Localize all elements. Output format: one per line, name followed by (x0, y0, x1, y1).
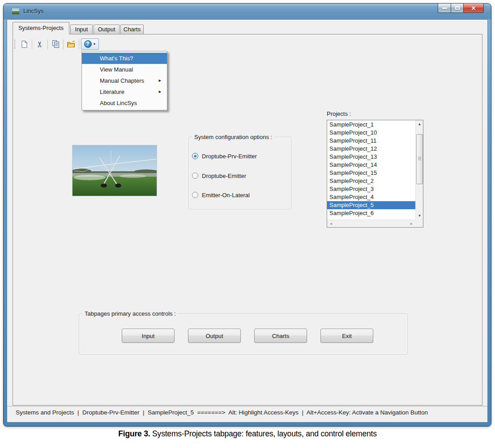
list-item-selected[interactable]: SampleProject_5 (327, 201, 415, 209)
tab-systems-projects[interactable]: Systems-Projects (13, 22, 69, 34)
app-window: LincSys ✕ Systems-Projects Input Output … (4, 4, 491, 426)
radio-selected-icon (192, 153, 198, 159)
tab-output[interactable]: Output (94, 25, 119, 34)
toolbar-separator (32, 39, 32, 49)
status-bar: Systems and Projects | Droptube-Prv-Emit… (7, 406, 487, 422)
status-text: Systems and Projects | Droptube-Prv-Emit… (16, 409, 428, 416)
new-file-button[interactable] (18, 38, 30, 50)
scroll-left-button[interactable]: ◄ (327, 220, 335, 228)
vertical-scrollbar[interactable]: ▲ ▼ (415, 120, 423, 220)
exit-button[interactable]: Exit (320, 329, 373, 343)
figure-caption-label: Figure 3. (118, 429, 150, 438)
close-icon: ✕ (471, 5, 476, 11)
list-item[interactable]: SampleProject_14 (327, 161, 415, 169)
projects-label: Projects : (327, 110, 351, 117)
scroll-right-button[interactable]: ► (408, 220, 415, 228)
maximize-icon (455, 6, 460, 10)
minimize-button[interactable] (438, 4, 451, 13)
toolbar-grip[interactable] (14, 40, 16, 49)
page-background: LincSys ✕ Systems-Projects Input Output … (0, 0, 495, 448)
figure-caption: Figure 3. Systems-Projects tabpage: feat… (0, 429, 495, 439)
projects-list: SampleProject_1 SampleProject_10 SampleP… (327, 121, 415, 220)
menu-item-view-manual[interactable]: View Manual (82, 64, 167, 75)
scroll-left-icon: ◄ (329, 222, 333, 226)
scroll-up-icon: ▲ (418, 122, 422, 126)
menu-item-about-lincsys[interactable]: About LincSys (82, 97, 167, 109)
menu-item-label: View Manual (100, 66, 133, 73)
radio-droptube-emitter[interactable]: Droptube-Emitter (192, 172, 246, 180)
list-item[interactable]: SampleProject_13 (327, 153, 415, 161)
list-item[interactable]: SampleProject_4 (327, 193, 415, 201)
submenu-arrow-icon: ► (158, 86, 162, 97)
output-button[interactable]: Output (188, 329, 241, 343)
radio-label: Emitter-On-Lateral (202, 192, 250, 199)
dropdown-caret-icon: ▼ (93, 42, 96, 46)
scroll-down-icon: ▼ (418, 214, 422, 218)
scissors-icon: ✂ (36, 41, 44, 47)
menu-item-whats-this[interactable]: What's This? (82, 53, 167, 64)
window-controls: ✕ (438, 4, 484, 13)
radio-emitter-on-lateral[interactable]: Emitter-On-Lateral (192, 191, 250, 199)
list-item[interactable]: SampleProject_11 (327, 137, 415, 145)
charts-button[interactable]: Charts (254, 329, 307, 343)
cut-button[interactable]: ✂ (34, 38, 46, 50)
nav-controls-group-label: Tabpages primary access controls : (83, 310, 178, 317)
horizontal-scrollbar[interactable]: ◄ ► (327, 220, 415, 227)
window-title: LincSys (23, 8, 44, 14)
menu-item-label: What's This? (100, 55, 133, 62)
scrollbar-thumb[interactable] (416, 134, 423, 184)
scroll-up-button[interactable]: ▲ (416, 120, 423, 128)
submenu-arrow-icon: ► (158, 75, 162, 86)
menu-item-label: Literature (100, 89, 124, 95)
toolbar-separator (63, 39, 64, 49)
new-file-icon (20, 40, 28, 48)
menu-item-label: Manual Chapters (100, 77, 144, 84)
scroll-right-icon: ► (410, 222, 414, 226)
copy-button[interactable] (50, 38, 61, 50)
minimize-icon (442, 8, 447, 9)
help-menu: What's This? View Manual Manual Chapters… (81, 51, 167, 110)
menu-item-label: About LincSys (100, 100, 137, 106)
figure-caption-text: Systems-Projects tabpage: features, layo… (150, 429, 376, 438)
system-config-group-label: System configuration options : (192, 134, 274, 140)
open-button[interactable] (65, 38, 77, 50)
list-item[interactable]: SampleProject_3 (327, 185, 415, 193)
copy-icon (51, 40, 60, 48)
radio-label: Droptube-Prv-Emitter (202, 153, 257, 160)
tab-input[interactable]: Input (70, 25, 93, 34)
help-button[interactable]: ? ▼ (81, 38, 99, 50)
radio-unselected-icon (192, 192, 198, 198)
pivot-irrigation-image (72, 145, 157, 196)
pivot-irrigation-graphic (73, 145, 157, 196)
toolbar-separator (47, 39, 48, 49)
radio-label: Droptube-Emitter (202, 173, 246, 179)
title-bar: LincSys ✕ (4, 4, 491, 19)
open-folder-icon (67, 40, 76, 48)
nav-controls-group: Tabpages primary access controls : Input… (79, 313, 408, 355)
client-area: Systems-Projects Input Output Charts ✂ (7, 19, 488, 422)
tab-charts[interactable]: Charts (120, 25, 144, 34)
toolbar: ✂ (14, 38, 99, 51)
radio-droptube-prv-emitter[interactable]: Droptube-Prv-Emitter (192, 152, 257, 160)
app-icon (12, 8, 20, 15)
menu-item-literature[interactable]: Literature► (82, 86, 167, 97)
list-item[interactable]: SampleProject_10 (327, 129, 415, 137)
scroll-down-button[interactable]: ▼ (416, 212, 423, 220)
input-button[interactable]: Input (122, 329, 175, 343)
list-item[interactable]: SampleProject_15 (327, 169, 415, 177)
help-icon: ? (84, 40, 92, 48)
radio-unselected-icon (192, 173, 198, 179)
projects-listbox: SampleProject_1 SampleProject_10 SampleP… (327, 120, 423, 228)
menu-item-manual-chapters[interactable]: Manual Chapters► (82, 75, 167, 86)
thumb-grip-icon (418, 157, 421, 160)
system-config-group: System configuration options : Droptube-… (188, 137, 291, 209)
close-button[interactable]: ✕ (463, 4, 484, 13)
toolbar-separator (79, 39, 79, 49)
list-item[interactable]: SampleProject_6 (327, 209, 415, 217)
list-item[interactable]: SampleProject_1 (327, 121, 415, 129)
list-item[interactable]: SampleProject_2 (327, 177, 415, 185)
scrollbar-corner (415, 220, 423, 227)
maximize-button[interactable] (451, 4, 464, 13)
list-item[interactable]: SampleProject_12 (327, 145, 415, 153)
